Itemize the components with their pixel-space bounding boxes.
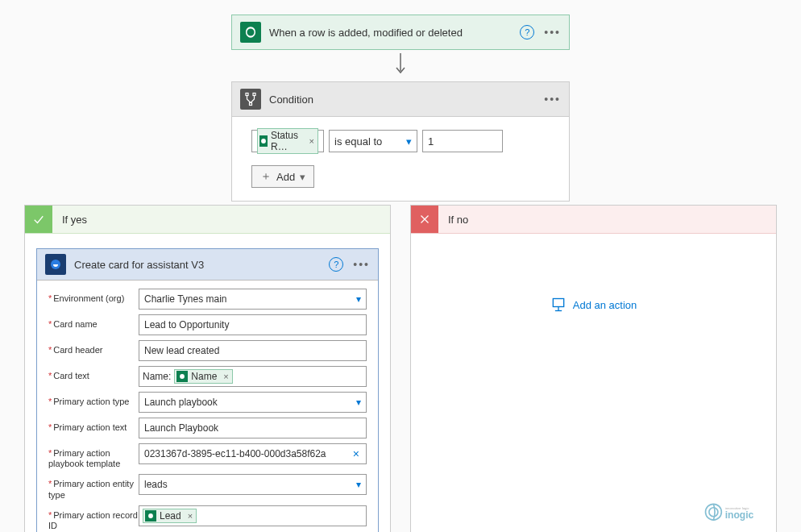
chevron-down-icon: ▾: [300, 171, 305, 183]
remove-token-icon[interactable]: ×: [309, 136, 314, 146]
action-header[interactable]: Create card for assistant V3 ? •••: [37, 249, 378, 281]
condition-card: Condition ••• Status R… × is equal to ▾ …: [231, 81, 570, 202]
add-action-button[interactable]: Add an action: [422, 248, 765, 361]
lead-token[interactable]: Lead ×: [143, 509, 197, 523]
card-name-input[interactable]: Lead to Opportunity: [139, 314, 367, 335]
chevron-down-icon: ▾: [356, 397, 361, 408]
chevron-down-icon: ▾: [406, 135, 412, 148]
status-reason-token[interactable]: Status R… ×: [257, 128, 318, 154]
condition-left-operand[interactable]: Status R… ×: [251, 130, 324, 152]
card-text-input[interactable]: Name: Name ×: [139, 366, 367, 387]
svg-point-7: [148, 513, 153, 518]
remove-token-icon[interactable]: ×: [188, 511, 193, 521]
condition-operator-select[interactable]: is equal to ▾: [329, 130, 417, 152]
plus-icon: ＋: [260, 169, 272, 184]
connector-arrow: [0, 50, 801, 81]
dataverse-icon: [145, 510, 156, 522]
clear-icon[interactable]: ×: [351, 447, 361, 460]
add-condition-button[interactable]: ＋ Add ▾: [251, 165, 314, 188]
chevron-down-icon: ▾: [356, 293, 361, 305]
svg-rect-10: [553, 299, 563, 307]
playbook-template-input[interactable]: 0231367d-3895-ec11-b400-000d3a58f62a ×: [139, 443, 367, 464]
more-icon[interactable]: •••: [353, 258, 370, 271]
svg-point-4: [261, 139, 266, 143]
condition-expression-row: Status R… × is equal to ▾ 1: [251, 130, 550, 152]
dataverse-icon: [176, 371, 188, 382]
svg-rect-1: [246, 94, 248, 96]
record-id-input[interactable]: Lead ×: [139, 505, 367, 526]
primary-action-text-input[interactable]: Launch Playbook: [139, 418, 367, 438]
assistant-icon: [45, 254, 66, 275]
create-card-action: Create card for assistant V3 ? ••• *Envi…: [36, 248, 379, 532]
svg-point-14: [709, 508, 718, 517]
trigger-card[interactable]: When a row is added, modified or deleted…: [231, 15, 570, 50]
if-yes-label: If yes: [62, 214, 87, 226]
dataverse-icon: [240, 22, 261, 43]
condition-value-input[interactable]: 1: [422, 130, 503, 152]
chevron-down-icon: ▾: [356, 479, 361, 490]
help-icon[interactable]: ?: [329, 257, 343, 272]
check-icon: [25, 206, 52, 233]
if-yes-branch: If yes Create card for assistant V3 ? ••…: [24, 205, 391, 532]
more-icon[interactable]: •••: [544, 93, 561, 106]
more-icon[interactable]: •••: [544, 26, 561, 39]
condition-title: Condition: [269, 94, 544, 106]
card-header-input[interactable]: New lead created: [139, 340, 367, 361]
svg-text:inogic: inogic: [725, 509, 754, 521]
if-no-label: If no: [448, 214, 468, 226]
entity-type-select[interactable]: leads ▾: [139, 474, 367, 495]
if-no-branch: If no Add an action: [410, 205, 777, 532]
dataverse-icon: [259, 135, 268, 147]
svg-point-6: [180, 374, 185, 379]
help-icon[interactable]: ?: [520, 25, 534, 39]
trigger-title: When a row is added, modified or deleted: [269, 27, 520, 39]
name-token[interactable]: Name ×: [174, 369, 232, 384]
primary-action-type-select[interactable]: Launch playbook ▾: [139, 392, 367, 413]
environment-select[interactable]: Charlie Tynes main ▾: [139, 289, 367, 310]
close-icon: [411, 206, 438, 233]
inogic-watermark: innovative logic inogic: [701, 496, 790, 527]
remove-token-icon[interactable]: ×: [223, 372, 228, 381]
if-yes-header: If yes: [25, 206, 390, 234]
condition-header[interactable]: Condition •••: [232, 82, 569, 117]
action-title: Create card for assistant V3: [74, 259, 329, 271]
if-no-header: If no: [411, 206, 776, 234]
condition-icon: [240, 89, 261, 110]
svg-rect-3: [250, 103, 252, 106]
svg-rect-2: [253, 94, 255, 96]
